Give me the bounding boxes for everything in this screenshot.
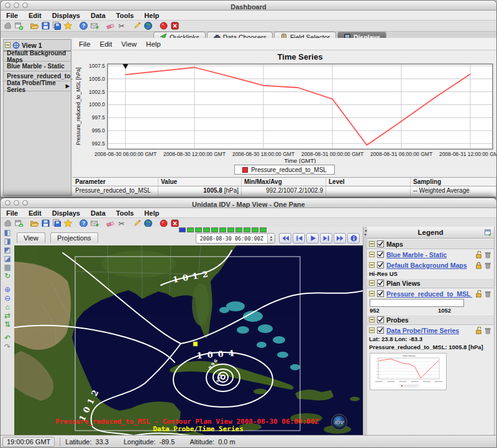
view-top-icon[interactable]: ◧ (2, 229, 12, 237)
eraser-icon[interactable] (106, 21, 115, 30)
display-link[interactable]: Data Probe/Time Series (386, 327, 459, 334)
end-button[interactable] (334, 233, 346, 244)
view-right-icon[interactable]: ◪ (2, 255, 12, 263)
column-header-parameter[interactable]: Parameter (73, 178, 158, 186)
menu-data[interactable]: Data (91, 209, 106, 217)
collapse-icon[interactable] (369, 291, 375, 296)
pan-horizontal-icon[interactable]: ⇄ (2, 312, 12, 321)
dashboard-icon[interactable] (3, 21, 12, 30)
display-link[interactable]: Pressure_reduced_to_MSL - Conto... (386, 290, 472, 298)
collapse-icon[interactable] (369, 252, 375, 257)
delete-icon[interactable] (484, 262, 491, 269)
colorbar[interactable]: 9521052 (367, 299, 494, 314)
collapse-icon[interactable] (369, 262, 375, 268)
record-icon[interactable] (159, 21, 168, 30)
open-icon[interactable] (30, 21, 39, 30)
zoom-window-icon[interactable] (22, 200, 28, 206)
visibility-checkbox[interactable] (377, 251, 384, 258)
collapse-icon[interactable] (5, 42, 11, 48)
menu-help[interactable]: Help (146, 40, 161, 48)
close-window-icon[interactable] (5, 200, 11, 206)
animation-frame-1[interactable] (187, 227, 194, 232)
display-link[interactable]: Blue Marble - Static (386, 251, 447, 258)
menu-edit[interactable]: Edit (29, 12, 42, 19)
view-grid-icon[interactable]: ▦ (2, 263, 12, 272)
delete-icon[interactable] (484, 327, 491, 334)
map-canvas[interactable]: 1012 1012 1004 996 988 Pressure_reduced_… (14, 245, 363, 438)
animation-frame-6[interactable] (227, 227, 234, 232)
display-link[interactable]: Default Background Maps (386, 262, 467, 269)
menu-tools[interactable]: Tools (116, 12, 134, 19)
menu-file[interactable]: File (6, 12, 18, 19)
column-header-value[interactable]: Value (158, 178, 242, 186)
menu-file[interactable]: File (6, 209, 18, 217)
colorbar-swatch[interactable] (370, 299, 464, 307)
time-stepper[interactable]: ▲▼ (267, 234, 275, 243)
step-forward-button[interactable] (320, 233, 332, 244)
lock-icon[interactable] (475, 262, 482, 269)
step-back-button[interactable] (293, 233, 305, 244)
play-button[interactable] (306, 233, 319, 244)
dashboard-titlebar[interactable]: Dashboard (1, 1, 496, 11)
animation-frame-9[interactable] (252, 227, 258, 232)
visibility-checkbox[interactable] (377, 280, 384, 286)
time-selector[interactable]: 2008-08-30 06:00:00Z ▲▼ (196, 233, 275, 244)
menu-help[interactable]: Help (144, 209, 159, 217)
undo-icon[interactable]: ↶ (2, 334, 12, 343)
tree-item-default-background-maps[interactable]: Default Background Maps (4, 52, 71, 62)
view-left-icon[interactable]: ◩ (2, 246, 12, 255)
chart-legend[interactable]: Pressure_reduced_to_MSL (234, 165, 335, 175)
probe-point[interactable] (193, 342, 198, 346)
column-header-min-max-avg[interactable]: Min/Max/Avg (242, 178, 326, 186)
float-legend-icon[interactable] (485, 229, 492, 236)
home-view-icon[interactable]: ⌂ (2, 303, 12, 312)
tree-item-blue-marble-static[interactable]: Blue Marble - Static (4, 62, 71, 71)
globe-icon[interactable] (144, 21, 153, 30)
close-window-icon[interactable] (5, 2, 11, 8)
redo-icon[interactable]: ↷ (2, 343, 12, 352)
menu-file[interactable]: File (79, 40, 91, 48)
visibility-checkbox[interactable] (377, 327, 384, 334)
visibility-checkbox[interactable] (377, 262, 384, 268)
map-titlebar[interactable]: Unidata IDV - Map View - One Pane (1, 198, 496, 208)
unlock-icon[interactable] (475, 327, 482, 334)
save-icon[interactable] (41, 21, 50, 30)
tab-view[interactable]: View (17, 232, 45, 243)
zoom-in-icon[interactable]: ⊕ (2, 286, 12, 295)
visibility-checkbox[interactable] (377, 290, 384, 297)
animation-frame-2[interactable] (195, 227, 202, 232)
begin-button[interactable] (279, 233, 291, 244)
animation-frame-4[interactable] (211, 227, 218, 232)
animation-frame-8[interactable] (244, 227, 250, 232)
menu-tools[interactable]: Tools (116, 209, 134, 217)
menu-help[interactable]: Help (144, 12, 159, 19)
collapse-icon[interactable] (369, 241, 375, 247)
menu-edit[interactable]: Edit (29, 209, 42, 217)
rotate-view-icon[interactable]: ↻ (2, 272, 12, 281)
unlock-icon[interactable] (475, 251, 482, 258)
tab-projections[interactable]: Projections (50, 232, 98, 243)
pan-vertical-icon[interactable]: ⇅ (2, 321, 12, 329)
menu-edit[interactable]: Edit (100, 40, 112, 48)
support-icon[interactable] (90, 21, 99, 30)
animation-frame-0[interactable] (179, 227, 186, 232)
minimize-window-icon[interactable] (14, 200, 19, 206)
column-header-sampling[interactable]: Sampling (411, 178, 496, 186)
legend-group-plan-views[interactable]: Plan Views (367, 278, 494, 288)
delete-icon[interactable] (484, 290, 491, 298)
animation-frame-10[interactable] (260, 227, 267, 232)
cut-icon[interactable]: ✂ (117, 21, 126, 30)
stop-icon[interactable] (170, 21, 180, 30)
collapse-icon[interactable] (369, 327, 375, 333)
menu-displays[interactable]: Displays (52, 12, 80, 19)
legend-group-maps[interactable]: Maps (367, 239, 494, 249)
save-as-icon[interactable] (52, 21, 62, 30)
favorites-icon[interactable] (63, 21, 73, 30)
zoom-out-icon[interactable]: ⊖ (2, 295, 12, 303)
legend-group-probes[interactable]: Probes (367, 314, 494, 325)
edit-icon[interactable] (132, 21, 142, 30)
minimize-window-icon[interactable] (14, 2, 19, 8)
visibility-checkbox[interactable] (377, 240, 384, 247)
new-window-icon[interactable] (14, 21, 24, 30)
menu-displays[interactable]: Displays (52, 209, 80, 217)
